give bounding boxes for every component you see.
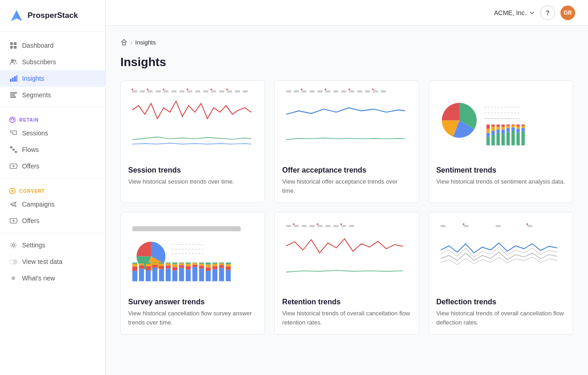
svg-rect-173 <box>286 225 291 227</box>
svg-rect-163 <box>212 264 217 266</box>
svg-rect-146 <box>186 266 191 269</box>
offers-convert-label: Offers <box>22 217 40 224</box>
convert-label: CONVERT <box>19 189 45 194</box>
convert-section-label: CONVERT <box>0 182 105 196</box>
chart-offer-acceptance-trends <box>275 81 418 159</box>
svg-rect-84 <box>491 124 494 127</box>
svg-rect-58 <box>294 90 299 93</box>
svg-rect-168 <box>219 263 224 263</box>
svg-rect-179 <box>334 225 339 227</box>
svg-rect-150 <box>192 264 198 267</box>
card-desc-retention-trends: View historical trends of overall cancel… <box>282 309 411 327</box>
sidebar-item-subscribers[interactable]: Subscribers <box>0 54 105 70</box>
svg-rect-174 <box>294 225 299 227</box>
svg-rect-160 <box>206 263 211 265</box>
svg-rect-153 <box>199 269 204 281</box>
card-deflection-trends[interactable]: Deflection trends View historical trends… <box>429 212 573 335</box>
svg-rect-78 <box>486 133 490 137</box>
svg-rect-188 <box>527 225 532 227</box>
svg-rect-187 <box>496 225 501 227</box>
sidebar-item-offers-retain[interactable]: Offers <box>0 158 105 174</box>
home-icon[interactable] <box>120 39 128 46</box>
sidebar-item-offers-convert[interactable]: Offers <box>0 213 105 229</box>
svg-rect-164 <box>212 263 217 264</box>
logo-icon <box>9 8 24 23</box>
svg-rect-44 <box>195 90 200 93</box>
card-survey-answer-trends[interactable]: Survey answer trends View historical can… <box>120 212 265 335</box>
card-title-session-trends: Session trends <box>128 166 257 174</box>
breadcrumb-separator: › <box>130 39 132 46</box>
svg-rect-165 <box>219 268 224 281</box>
svg-rect-186 <box>464 225 469 227</box>
svg-rect-123 <box>146 264 151 266</box>
svg-rect-83 <box>491 127 494 131</box>
sidebar-item-whats-new[interactable]: What's new <box>0 270 105 286</box>
svg-rect-116 <box>132 263 137 264</box>
svg-rect-77 <box>486 137 490 146</box>
svg-rect-108 <box>521 124 525 126</box>
card-body-survey-answer-trends: Survey answer trends View historical can… <box>121 291 265 334</box>
header: ACME, Inc. ? GR <box>106 0 588 26</box>
svg-rect-60 <box>310 90 315 93</box>
svg-rect-12 <box>10 92 17 94</box>
sidebar-item-flows[interactable]: Flows <box>0 141 105 158</box>
svg-rect-147 <box>186 264 191 266</box>
svg-rect-41 <box>171 90 176 93</box>
divider-3 <box>0 233 105 233</box>
card-sentiment-trends[interactable]: Sentiment trends View historical trends … <box>429 80 573 203</box>
company-name: ACME, Inc. <box>494 9 526 17</box>
svg-rect-154 <box>199 266 204 269</box>
chevron-down-icon <box>529 10 535 16</box>
svg-rect-98 <box>511 128 514 131</box>
svg-rect-143 <box>179 263 184 265</box>
sidebar-item-campaigns[interactable]: Campaigns <box>0 196 105 213</box>
svg-rect-120 <box>139 263 144 263</box>
sidebar-item-segments[interactable]: Segments <box>0 87 105 103</box>
logo[interactable]: ProsperStack <box>0 0 105 32</box>
campaigns-label: Campaigns <box>22 201 55 208</box>
sidebar-item-settings[interactable]: Settings <box>0 237 105 253</box>
svg-rect-89 <box>501 134 504 145</box>
svg-rect-50 <box>243 90 248 93</box>
user-avatar[interactable]: GR <box>560 6 575 20</box>
svg-rect-81 <box>491 135 494 146</box>
card-offer-acceptance-trends[interactable]: Offer acceptance trends View historical … <box>274 80 419 203</box>
svg-point-190 <box>526 224 528 225</box>
content-area: › Insights Insights <box>106 26 588 375</box>
svg-point-73 <box>372 89 374 90</box>
card-session-trends[interactable]: Session trends View historical session t… <box>120 80 265 203</box>
svg-rect-14 <box>10 96 16 98</box>
svg-rect-86 <box>496 129 499 133</box>
card-desc-deflection-trends: View historical trends of overall cancel… <box>436 309 565 327</box>
svg-rect-156 <box>199 263 204 264</box>
svg-point-71 <box>325 89 327 90</box>
svg-rect-145 <box>186 269 191 281</box>
card-retention-trends[interactable]: Retention trends View historical trends … <box>274 212 419 335</box>
flows-label: Flows <box>22 146 39 153</box>
svg-rect-144 <box>179 263 184 263</box>
svg-point-6 <box>11 59 14 62</box>
svg-rect-8 <box>10 79 11 82</box>
svg-rect-159 <box>206 264 211 267</box>
sidebar-item-view-test-data[interactable]: View test data <box>0 253 105 270</box>
sidebar-item-dashboard[interactable]: Dashboard <box>0 37 105 54</box>
segments-icon <box>9 91 17 99</box>
sidebar-item-sessions[interactable]: Sessions <box>0 125 105 141</box>
svg-rect-62 <box>326 90 331 93</box>
svg-point-55 <box>210 89 212 90</box>
svg-rect-22 <box>10 146 12 148</box>
chart-deflection-trends <box>429 213 573 291</box>
company-selector[interactable]: ACME, Inc. <box>494 9 535 17</box>
sessions-label: Sessions <box>22 129 48 137</box>
svg-rect-166 <box>219 265 224 268</box>
svg-rect-88 <box>496 124 499 127</box>
divider-1 <box>0 107 105 107</box>
help-button[interactable]: ? <box>540 6 555 20</box>
card-desc-offer-acceptance-trends: View historical offer acceptance trends … <box>282 177 411 195</box>
sidebar: ProsperStack Dashboard <box>0 0 106 375</box>
sidebar-item-insights[interactable]: Insights <box>0 70 105 87</box>
svg-rect-59 <box>302 90 307 93</box>
chart-survey-answer-trends <box>121 213 265 291</box>
svg-rect-139 <box>172 264 177 267</box>
offers-retain-icon <box>9 162 17 170</box>
